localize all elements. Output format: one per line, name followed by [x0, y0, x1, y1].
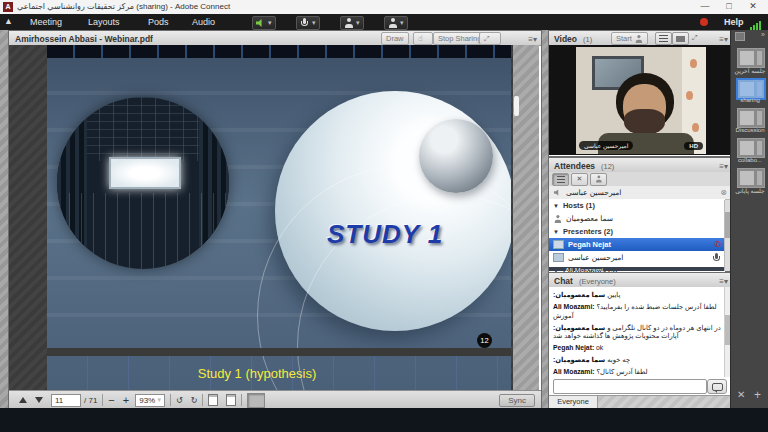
- chat-pod-header: Chat (Everyone) ≡▾: [549, 273, 731, 288]
- hosts-section[interactable]: ▼Hosts (1): [549, 199, 725, 213]
- page-number-input[interactable]: 11: [51, 394, 81, 407]
- slide-top-decor: [47, 45, 511, 58]
- attendee-row-host[interactable]: سما معصومیان: [549, 212, 725, 226]
- webcam-button[interactable]: ▾: [340, 16, 364, 30]
- share-pod-menu-button[interactable]: ≡▾: [528, 34, 537, 44]
- chevron-down-icon[interactable]: ▾: [400, 19, 404, 27]
- chat-tab-everyone[interactable]: Everyone: [549, 396, 598, 408]
- attendees-pod-title: Attendees: [554, 161, 595, 171]
- zoom-out-button[interactable]: −: [108, 394, 114, 406]
- menu-layouts[interactable]: Layouts: [82, 14, 126, 30]
- chat-messages: سما معصومیان: پایین Ali Moazami: لطفا آد…: [549, 287, 725, 377]
- layouts-panel-icon[interactable]: [735, 32, 745, 41]
- draw-button[interactable]: Draw: [381, 32, 409, 45]
- video-area: امیرحسین عباسی HD: [549, 45, 731, 155]
- chevron-down-icon[interactable]: ▾: [312, 19, 316, 27]
- attendees-pod-menu-button[interactable]: ≡▾: [719, 161, 728, 171]
- slide-caption: Study 1 (hypothesis): [47, 356, 511, 391]
- previous-page-button[interactable]: [19, 397, 27, 403]
- attendee-row-selected[interactable]: Pegah Nejat ✆: [549, 238, 725, 252]
- layout-thumb-collaboration[interactable]: [737, 138, 765, 158]
- layout-thumb-5[interactable]: [737, 168, 765, 188]
- fit-page-button[interactable]: [226, 394, 236, 406]
- minimize-button[interactable]: —: [694, 0, 716, 13]
- video-fullscreen-icon[interactable]: ⤢: [692, 34, 698, 42]
- menu-pods[interactable]: Pods: [142, 14, 175, 30]
- send-message-button[interactable]: [707, 379, 727, 394]
- window-title: مركز تحقيقات روانشناسي اجتماعي (sharing)…: [17, 2, 230, 11]
- attendee-name: سما معصومیان: [566, 214, 613, 223]
- chat-pod-menu-button[interactable]: ≡▾: [719, 276, 728, 286]
- share-toolbar: 11 / 71 − + 93% ▾ ↺ ↻ Sync: [9, 390, 541, 409]
- raise-hand-button[interactable]: ▾: [384, 16, 408, 30]
- chevron-down-icon[interactable]: ▾: [268, 19, 272, 27]
- attendee-name: امیرحسین عباسی: [568, 253, 623, 262]
- grid-view-button[interactable]: [655, 32, 672, 45]
- speaker-icon: [256, 19, 265, 28]
- rotate-right-button[interactable]: ↻: [191, 396, 198, 405]
- chat-message: سما معصومیان: پایین: [553, 291, 721, 300]
- chat-message: سما معصومیان: در انتهای هر دوماه در دو ک…: [553, 324, 721, 341]
- slide-number-badge: 12: [477, 333, 492, 348]
- raise-hand-icon: [388, 18, 397, 28]
- app-icon: A: [3, 2, 13, 12]
- breakout-view-button[interactable]: ✕: [571, 173, 588, 186]
- fullscreen-button[interactable]: ⤢: [479, 32, 501, 45]
- recording-indicator-icon: [700, 18, 708, 26]
- adobe-connect-window: A مركز تحقيقات روانشناسي اجتماعي (sharin…: [0, 0, 768, 432]
- microphone-button[interactable]: ▾: [296, 16, 320, 30]
- video-pod-menu-button[interactable]: ≡▾: [719, 34, 728, 44]
- menu-meeting[interactable]: Meeting: [24, 14, 68, 30]
- add-layout-icon[interactable]: +: [754, 388, 761, 402]
- chat-message: Ali Moazami: لطفا آدرس جلسات ضبط شده را …: [553, 303, 721, 320]
- presenter-screen-icon: [553, 253, 564, 262]
- pointer-button[interactable]: ☝: [413, 32, 433, 45]
- menu-audio[interactable]: Audio: [186, 14, 221, 30]
- slide-study-title: STUDY 1: [327, 219, 443, 250]
- speaker-button[interactable]: ▾: [252, 16, 276, 30]
- pointer-icon: ☝: [418, 34, 423, 43]
- layout-label-discussion: Discussion: [731, 127, 768, 133]
- list-view-button[interactable]: [552, 173, 569, 186]
- sync-button[interactable]: Sync: [499, 394, 535, 407]
- chat-bubble-icon: [712, 383, 723, 391]
- presenters-section[interactable]: ▼Presenters (2): [549, 225, 725, 239]
- chat-pod: Chat (Everyone) ≡▾ سما معصومیان: پایین A…: [548, 272, 732, 410]
- phone-status-icon: ✆: [714, 240, 721, 249]
- attendees-pod-header: Attendees (12) ≡▾: [549, 158, 731, 173]
- zoom-level-select[interactable]: 93% ▾: [135, 394, 165, 407]
- layout-thumb-discussion[interactable]: [737, 108, 765, 128]
- close-layouts-icon[interactable]: ✕: [737, 389, 745, 400]
- chat-tab-bar: Everyone: [549, 395, 731, 409]
- attendees-pod: Attendees (12) ≡▾ ✕ امیرحسین عباسی ⊗ ▼Ho…: [548, 157, 732, 272]
- close-button[interactable]: ✕: [742, 0, 764, 13]
- status-view-button[interactable]: [590, 173, 607, 186]
- hd-badge: HD: [684, 142, 703, 150]
- attendee-row-presenter[interactable]: امیرحسین عباسی: [549, 251, 725, 265]
- layout-label-sharing: sharing: [731, 97, 768, 103]
- rotate-left-button[interactable]: ↺: [176, 396, 183, 405]
- attendee-row-clipped[interactable]: Ali Moazami: [549, 267, 725, 271]
- layouts-collapse-icon[interactable]: »: [761, 31, 765, 38]
- share-pod-content: STUDY 1 12 Study 1 (hypothesis): [9, 45, 539, 391]
- active-speaker-name: امیرحسین عباسی: [566, 188, 621, 197]
- share-scrollbar-thumb[interactable]: [514, 96, 519, 116]
- slide-caption-band: Study 1 (hypothesis): [47, 356, 511, 391]
- fit-width-button[interactable]: [208, 394, 218, 406]
- start-webcam-button[interactable]: Start: [611, 32, 648, 45]
- maximize-button[interactable]: □: [718, 0, 740, 13]
- dismiss-icon[interactable]: ⊗: [720, 188, 727, 197]
- help-menu[interactable]: Help: [718, 14, 750, 30]
- chat-input[interactable]: [553, 379, 707, 394]
- chevron-down-icon[interactable]: ▾: [356, 19, 360, 27]
- page-total-label: / 71: [84, 396, 97, 405]
- layout-thumb-1[interactable]: [737, 48, 765, 68]
- video-name-tag: امیرحسین عباسی: [579, 141, 633, 150]
- slide: STUDY 1 12 Study 1 (hypothesis): [47, 45, 511, 391]
- zoom-in-button[interactable]: +: [123, 394, 129, 406]
- filmstrip-view-button[interactable]: [672, 32, 689, 45]
- thumbnail-view-button[interactable]: [247, 393, 265, 408]
- next-page-button[interactable]: [35, 397, 43, 403]
- attendees-toolbar: ✕: [549, 172, 731, 187]
- webcam-person-icon: [635, 35, 642, 43]
